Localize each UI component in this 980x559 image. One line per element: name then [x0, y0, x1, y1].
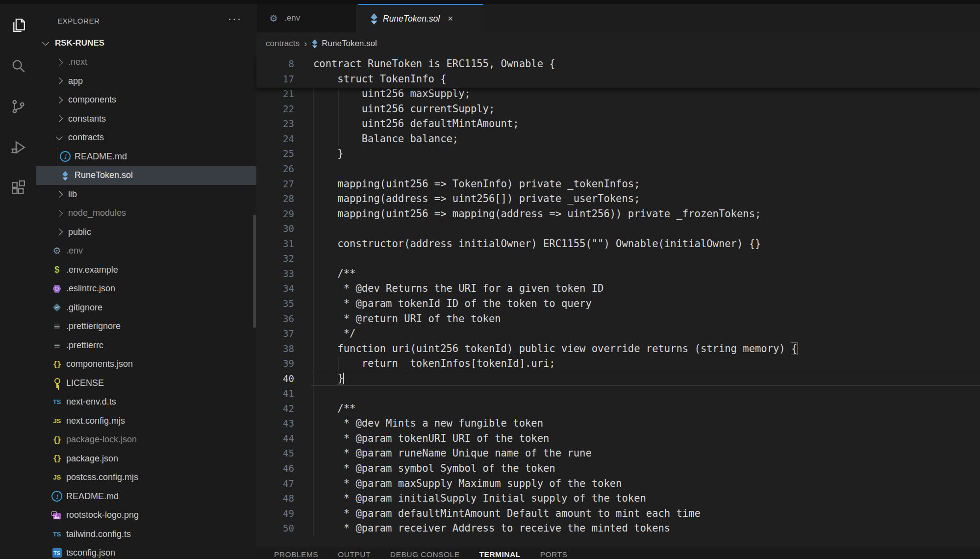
tree-folder-rsk-runes[interactable]: RSK-RUNES	[36, 34, 256, 53]
ts-icon: TS	[51, 396, 63, 408]
code-line-49[interactable]: 49 * @param defaultMintAmount Default am…	[256, 506, 980, 521]
code-line-26[interactable]: 26	[256, 161, 980, 177]
code-line-34[interactable]: 34 * @dev Returns the URI for a given to…	[256, 281, 980, 296]
activity-search-button[interactable]	[0, 48, 36, 84]
activity-run-debug-button[interactable]	[0, 129, 36, 165]
tree-folder-contracts[interactable]: contracts	[36, 128, 256, 148]
sidebar-scrollbar[interactable]	[253, 215, 256, 328]
tree-file-license[interactable]: LICENSE	[36, 374, 256, 393]
code-line-22[interactable]: 22 uint256 currentSupply;	[256, 102, 980, 117]
code-line-24[interactable]: 24 Balance balance;	[256, 131, 980, 147]
line-number: 28	[256, 193, 294, 204]
chevron-down-icon	[56, 133, 63, 140]
code-text: mapping(uint256 => TokenInfo) private _t…	[313, 178, 640, 190]
tree-item-label: RuneToken.sol	[75, 170, 133, 180]
code-line-27[interactable]: 27 mapping(uint256 => TokenInfo) private…	[256, 176, 980, 191]
tree-item-label: components	[68, 95, 116, 105]
panel-tab-terminal[interactable]: TERMINAL	[479, 546, 521, 559]
code-line-44[interactable]: 44 * @param tokenURI URI of the token	[256, 431, 980, 446]
tree-file-postcss-config-mjs[interactable]: JSpostcss.config.mjs	[36, 468, 256, 487]
tree-folder-app[interactable]: app	[36, 72, 256, 91]
chevron-right-icon	[56, 229, 63, 235]
tree-file-tailwind-config-ts[interactable]: TStailwind.config.ts	[36, 525, 256, 544]
tree-file-next-env-d-ts[interactable]: TSnext-env.d.ts	[36, 393, 256, 412]
code-line-42[interactable]: 42 /**	[256, 401, 980, 416]
code-line-21[interactable]: 21 uint256 maxSupply;	[256, 86, 980, 102]
code-line-38[interactable]: 38 function uri(uint256 tokenId) public …	[256, 341, 980, 356]
code-line-37[interactable]: 37 */	[256, 326, 980, 341]
breadcrumb-folder[interactable]: contracts	[266, 39, 300, 49]
text-cursor	[343, 373, 344, 384]
tree-item-label: next-env.d.ts	[66, 397, 116, 407]
code-line-39[interactable]: 39 return _tokenInfos[tokenId].uri;	[256, 356, 980, 371]
breadcrumb-file[interactable]: RuneToken.sol	[322, 39, 377, 49]
code-line-36[interactable]: 36 * @return URI of the token	[256, 311, 980, 326]
gear-icon: ⚙	[51, 245, 63, 257]
tree-file-components-json[interactable]: {}components.json	[36, 355, 256, 374]
tree-folder-node-modules[interactable]: node_modules	[36, 204, 256, 223]
tree-folder-components[interactable]: components	[36, 91, 256, 110]
tree-item-label: .eslintrc.json	[66, 283, 115, 294]
tree-file--eslintrc-json[interactable]: .eslintrc.json	[36, 280, 256, 299]
code-line-41[interactable]: 41	[256, 386, 980, 401]
tree-file-readme-md[interactable]: iREADME.md	[36, 487, 256, 506]
activity-explorer-button[interactable]	[0, 7, 36, 43]
tree-file-tsconfig-json[interactable]: TStsconfig.json	[36, 544, 256, 559]
code-line-40[interactable]: 40 }	[256, 371, 980, 386]
panel-tab-problems[interactable]: PROBLEMS	[274, 546, 318, 559]
chevron-down-icon	[42, 39, 49, 46]
tree-file-readme-md[interactable]: iREADME.md	[36, 147, 256, 166]
tree-file-next-config-mjs[interactable]: JSnext.config.mjs	[36, 411, 256, 431]
tree-file--env-example[interactable]: $.env.example	[36, 260, 256, 280]
tree-folder-constants[interactable]: constants	[36, 109, 256, 128]
tree-folder--next[interactable]: .next	[36, 53, 256, 72]
code-text: * @param tokenURI URI of the token	[313, 432, 549, 444]
tab-env[interactable]: ⚙ .env	[257, 4, 357, 32]
close-icon[interactable]: ×	[448, 13, 453, 24]
code-line-30[interactable]: 30	[256, 221, 980, 236]
code-line-33[interactable]: 33 /**	[256, 266, 980, 281]
code-line-46[interactable]: 46 * @param symbol Symbol of the token	[256, 461, 980, 476]
code-line-32[interactable]: 32	[256, 251, 980, 266]
tree-item-label: app	[68, 76, 83, 86]
code-line-43[interactable]: 43 * @dev Mints a new fungible token	[256, 416, 980, 431]
dollar-icon: $	[51, 263, 63, 276]
line-number: 44	[256, 433, 294, 444]
code-line-47[interactable]: 47 * @param maxSupply Maximum supply of …	[256, 476, 980, 491]
panel-tab-debug-console[interactable]: DEBUG CONSOLE	[390, 546, 460, 559]
code-line-28[interactable]: 28 mapping(address => uint256[]) private…	[256, 191, 980, 206]
code-line-45[interactable]: 45 * @param runeName Unique name of the …	[256, 446, 980, 461]
code-line-23[interactable]: 23 uint256 defaultMintAmount;	[256, 116, 980, 131]
tree-file--gitignore[interactable]: .gitignore	[36, 298, 256, 317]
panel-tab-ports[interactable]: PORTS	[540, 546, 568, 559]
tree-file--prettierrc[interactable]: ≡.prettierrc	[36, 336, 256, 355]
code-line-25[interactable]: 25 }	[256, 146, 980, 161]
code-line-31[interactable]: 31 constructor(address initialOwner) ERC…	[256, 236, 980, 252]
tree-folder-lib[interactable]: lib	[36, 185, 256, 204]
code-text: /**	[313, 268, 355, 280]
code-line-8[interactable]: 8contract RuneToken is ERC1155, Ownable …	[256, 56, 980, 72]
code-text: uint256 currentSupply;	[313, 103, 495, 115]
code-line-48[interactable]: 48 * @param initialSupply Initial supply…	[256, 491, 980, 506]
line-number: 36	[256, 313, 294, 324]
tree-file-runetoken-sol[interactable]: RuneToken.sol	[36, 166, 256, 185]
code-line-35[interactable]: 35 * @param tokenId ID of the token to q…	[256, 296, 980, 311]
tree-file-rootstock-logo-png[interactable]: rootstock-logo.png	[36, 506, 256, 525]
tree-folder-public[interactable]: public	[36, 223, 256, 242]
tree-file--prettierignore[interactable]: ≡.prettierignore	[36, 317, 256, 336]
tsbox-icon: TS	[51, 547, 63, 559]
activity-extensions-button[interactable]	[0, 170, 36, 206]
code-text: * @param runeName Unique name of the run…	[313, 447, 592, 459]
line-number: 39	[256, 358, 294, 369]
panel-tab-output[interactable]: OUTPUT	[338, 546, 371, 559]
activity-source-control-button[interactable]	[0, 88, 36, 125]
files-icon	[9, 16, 27, 34]
tree-file--env[interactable]: ⚙.env	[36, 242, 256, 261]
code-line-17[interactable]: 17 struct TokenInfo {	[256, 72, 980, 87]
tree-file-package-json[interactable]: {}package.json	[36, 449, 256, 468]
code-line-29[interactable]: 29 mapping(uint256 => mapping(address =>…	[256, 206, 980, 221]
more-actions-icon[interactable]: ···	[228, 13, 242, 25]
tab-runetoken[interactable]: RuneToken.sol ×	[358, 4, 483, 32]
tree-file-package-lock-json[interactable]: {}package-lock.json	[36, 431, 256, 450]
code-line-50[interactable]: 50 * @param receiver Address to receive …	[256, 521, 980, 536]
